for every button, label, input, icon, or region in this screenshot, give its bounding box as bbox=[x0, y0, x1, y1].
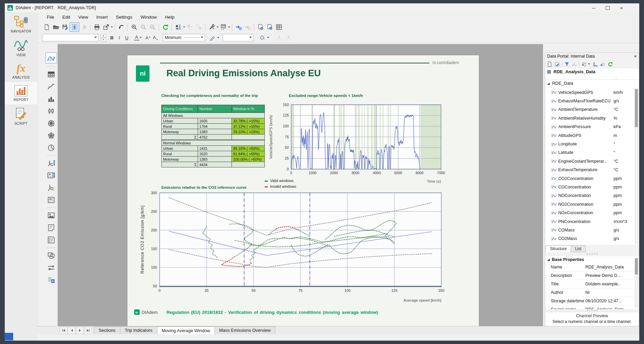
print-icon[interactable] bbox=[92, 23, 101, 32]
size-stepper[interactable]: ▲▼ bbox=[101, 34, 106, 42]
image-icon[interactable] bbox=[47, 211, 56, 220]
scrollbar-thumb[interactable] bbox=[635, 258, 638, 275]
document-settings-icon[interactable] bbox=[256, 23, 265, 32]
pattern-combo[interactable] bbox=[223, 34, 254, 41]
prev-sheet-icon[interactable] bbox=[68, 327, 76, 334]
close-button[interactable]: × bbox=[620, 5, 623, 11]
sheet-tab-2[interactable]: Moving Average Window bbox=[157, 326, 215, 335]
portal-refresh-icon[interactable] bbox=[606, 61, 614, 68]
scrollbar-thumb[interactable] bbox=[635, 89, 638, 127]
portal-edit-icon[interactable] bbox=[553, 61, 561, 68]
list-frame-icon[interactable] bbox=[47, 235, 56, 244]
channel-row[interactable]: COConcentrationppm bbox=[545, 183, 635, 191]
module-report[interactable]: REPORT bbox=[5, 82, 37, 104]
channel-row[interactable]: EngineCoolantTemperat...°C bbox=[545, 157, 635, 165]
sheet-tab-0[interactable]: Sections bbox=[94, 326, 120, 335]
shapes-icon[interactable] bbox=[47, 251, 56, 260]
text-frame-icon[interactable] bbox=[47, 223, 56, 232]
document-info-icon[interactable]: i bbox=[265, 23, 274, 32]
channel-row[interactable]: NOxConcentrationppm bbox=[545, 208, 635, 217]
splitter-handle[interactable] bbox=[587, 253, 598, 255]
channel-row[interactable]: AmbientTemperature°C bbox=[545, 105, 635, 114]
property-row[interactable]: NameRDE_Analysis_Data bbox=[545, 263, 639, 271]
portal-filter-icon[interactable] bbox=[563, 61, 570, 68]
table-columns-dropdown[interactable] bbox=[228, 26, 230, 28]
maximize-button[interactable] bbox=[606, 6, 610, 10]
splitter-handle[interactable] bbox=[587, 310, 598, 311]
zoom-in-icon[interactable] bbox=[129, 23, 139, 32]
report-preview-icon[interactable] bbox=[45, 53, 57, 63]
slider-icon[interactable] bbox=[47, 263, 56, 272]
formula-text-icon[interactable]: F bbox=[47, 275, 56, 284]
open-file-icon[interactable] bbox=[51, 23, 60, 32]
last-sheet-icon[interactable] bbox=[84, 327, 92, 334]
export-layout-icon[interactable] bbox=[101, 23, 110, 32]
channel-row[interactable]: CO2Concentrationppm bbox=[545, 174, 635, 183]
expander-icon[interactable]: ◢ bbox=[547, 258, 550, 261]
contour-icon[interactable] bbox=[47, 195, 56, 204]
pie-chart-icon[interactable] bbox=[47, 143, 56, 152]
switch-to-view-icon[interactable] bbox=[234, 23, 243, 32]
channel-row[interactable]: ExhaustMassFlowRateECUg/s bbox=[545, 97, 635, 105]
portal-sort-dropdown[interactable] bbox=[588, 63, 590, 65]
channel-row[interactable]: AltitudeGPSm bbox=[545, 131, 635, 140]
new-file-icon[interactable] bbox=[42, 23, 51, 32]
portal-close-icon[interactable]: × bbox=[634, 54, 637, 59]
align-objects-icon[interactable] bbox=[174, 23, 183, 32]
menu-edit[interactable]: Edit bbox=[59, 14, 74, 20]
data-portal-toggle-icon[interactable] bbox=[69, 22, 79, 32]
channel-row[interactable]: ExhaustTemperature°C bbox=[545, 166, 635, 174]
chart-3d-icon[interactable] bbox=[47, 183, 56, 192]
portal-chart-alert-icon[interactable]: ! bbox=[599, 61, 606, 68]
module-analysis[interactable]: fx ANALYSIS bbox=[5, 60, 37, 82]
menu-file[interactable]: File bbox=[43, 14, 58, 20]
module-view[interactable]: VIEW bbox=[5, 36, 37, 60]
text-style-combo[interactable] bbox=[42, 34, 99, 41]
channel-row[interactable]: NO2Massg/s bbox=[545, 243, 635, 245]
undo-icon[interactable] bbox=[117, 23, 126, 32]
chart-3d-matrix-icon[interactable] bbox=[47, 159, 56, 168]
subscript-button[interactable]: A▼ bbox=[152, 35, 159, 41]
table-icon[interactable] bbox=[47, 70, 56, 79]
property-row[interactable]: DescriptionPreview Demo D... bbox=[545, 271, 639, 280]
export-dropdown[interactable] bbox=[111, 26, 113, 28]
contour-matrix-icon[interactable] bbox=[47, 171, 56, 180]
property-row[interactable]: AuthorNI bbox=[545, 288, 639, 297]
expander-icon[interactable]: ◢ bbox=[547, 82, 550, 85]
font-color-button[interactable]: A bbox=[134, 35, 139, 41]
fill-color-dropdown[interactable] bbox=[267, 37, 269, 38]
font-color-dropdown[interactable] bbox=[140, 37, 142, 38]
report-page[interactable]: ni ni.com/diadem Real Driving Emissions … bbox=[127, 55, 479, 326]
properties-scrollbar[interactable] bbox=[635, 258, 638, 308]
menu-insert[interactable]: Insert bbox=[93, 14, 111, 20]
grid-icon[interactable] bbox=[274, 23, 283, 32]
curve-chart-icon[interactable] bbox=[47, 82, 56, 91]
module-script[interactable]: SCRIPT bbox=[5, 104, 37, 128]
module-navigator[interactable]: NAVIGATOR bbox=[5, 12, 37, 36]
tab-list[interactable]: List bbox=[571, 245, 586, 252]
portal-axes-icon[interactable] bbox=[591, 61, 599, 68]
menu-window[interactable]: Window bbox=[137, 14, 160, 20]
box-plot-icon[interactable] bbox=[47, 106, 56, 116]
polar-chart-icon[interactable] bbox=[47, 119, 56, 128]
portal-new-icon[interactable] bbox=[546, 61, 553, 68]
report-canvas[interactable]: ni ni.com/diadem Real Driving Emissions … bbox=[58, 44, 543, 326]
channel-row[interactable]: PNConcentration#/cm^3 bbox=[545, 217, 635, 226]
fill-color-icon[interactable] bbox=[258, 33, 267, 42]
table-columns-icon[interactable]: ‹ › bbox=[219, 23, 228, 32]
italic-button[interactable]: I bbox=[116, 35, 123, 40]
superscript-button[interactable]: A▲ bbox=[144, 35, 152, 40]
property-row[interactable]: Source nameRDE_Analysis_Data bbox=[545, 305, 639, 309]
settings-tools-icon[interactable] bbox=[207, 23, 216, 32]
menu-view[interactable]: View bbox=[75, 14, 92, 20]
radar-chart-icon[interactable] bbox=[47, 131, 56, 140]
line-style-combo[interactable]: Minimum bbox=[163, 34, 205, 41]
channel-row[interactable]: VehicleSpeedGPSkm/h bbox=[545, 88, 635, 97]
channel-row[interactable]: Longitude° bbox=[545, 140, 635, 148]
property-row[interactable]: TitleDIAdem example.. bbox=[545, 280, 639, 288]
channel-row[interactable]: AmbientPressurekPa bbox=[545, 123, 635, 131]
tab-structure[interactable]: Structure bbox=[546, 245, 571, 252]
minimize-button[interactable] bbox=[592, 8, 596, 8]
channel-row[interactable]: NO2Concentrationppm bbox=[545, 200, 635, 208]
save-file-icon[interactable] bbox=[60, 23, 69, 32]
